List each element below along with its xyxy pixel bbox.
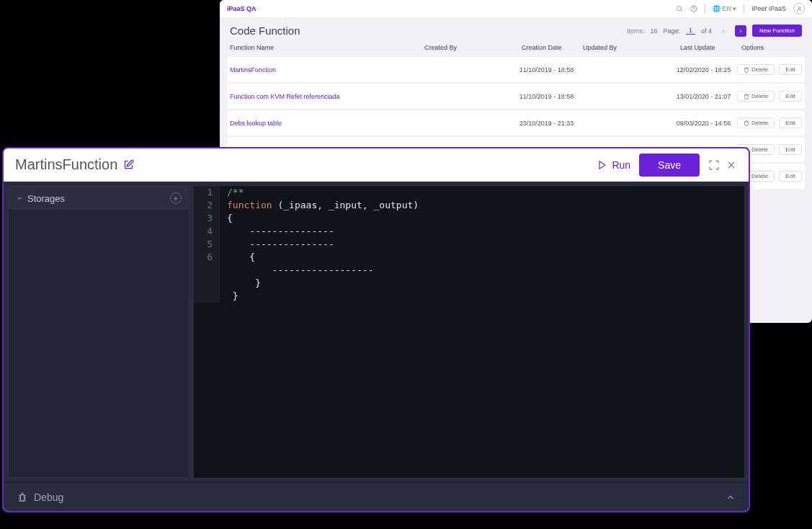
close-icon[interactable] [726, 159, 737, 171]
storages-label: Storages [27, 193, 65, 204]
col-last-update: Last Update [680, 44, 741, 51]
svg-marker-5 [599, 161, 605, 169]
add-storage-icon[interactable]: + [170, 192, 182, 204]
svg-point-0 [677, 6, 682, 11]
bug-icon [17, 492, 28, 503]
col-options: Options [741, 44, 802, 51]
page-title: Code Function [230, 25, 300, 37]
code-editor[interactable]: 1/**2function (_ipaas, _input, _output)3… [194, 186, 744, 478]
edit-title-icon[interactable] [123, 159, 134, 170]
edit-button[interactable]: Edit [779, 144, 802, 155]
delete-button[interactable]: Delete [737, 64, 775, 75]
col-updated-by: Updated By [583, 44, 680, 51]
col-created-by: Created By [424, 44, 522, 51]
edit-button[interactable]: Edit [779, 117, 802, 128]
row-last-update: 09/03/2020 - 14:56 [677, 120, 737, 127]
help-icon[interactable] [690, 5, 697, 12]
list-header: Code Function Items: 16 Page: 1 of 4 New… [220, 17, 812, 40]
delete-button[interactable]: Delete [737, 117, 775, 128]
row-creation-date: 11/10/2019 - 18:58 [519, 93, 580, 100]
row-creation-date: 11/10/2019 - 18:58 [519, 66, 580, 74]
row-creation-date: 23/10/2019 - 21:33 [519, 120, 580, 127]
expand-debug-icon[interactable] [726, 492, 736, 502]
row-name[interactable]: MartinsFunction [230, 66, 423, 74]
editor-sidebar: Storages + [8, 186, 189, 478]
code-line: 1/** [194, 186, 744, 199]
page-prev-button[interactable] [718, 25, 729, 37]
run-button[interactable]: Run [597, 159, 630, 171]
code-line: } [194, 277, 744, 290]
user-avatar[interactable] [793, 3, 805, 14]
debug-bar[interactable]: Debug [4, 482, 749, 511]
code-line: 4 --------------- [194, 225, 744, 238]
page-input[interactable]: 1 [686, 27, 695, 35]
fullscreen-icon[interactable] [708, 159, 720, 171]
row-name[interactable]: Debs lookup table [230, 120, 423, 127]
column-headers: Function Name Created By Creation Date U… [220, 40, 812, 55]
editor-toolbar: MartinsFunction Run Save [4, 148, 749, 182]
code-line: 3{ [194, 212, 744, 225]
edit-button[interactable]: Edit [779, 171, 802, 182]
user-label: iPeer iPaaS [751, 5, 786, 12]
table-row: Function com KVM Refet referenciada 11/1… [227, 84, 805, 109]
page-total: of 4 [701, 27, 712, 35]
code-editor-panel: MartinsFunction Run Save [2, 147, 750, 512]
col-name: Function Name [230, 44, 424, 51]
code-line: } [194, 290, 744, 303]
col-creation-date: Creation Date [522, 44, 583, 51]
app-topbar: iPaaS QA 🌐 EN ▾ iPeer iPaaS [220, 0, 812, 17]
save-button[interactable]: Save [639, 154, 700, 177]
code-line: 2function (_ipaas, _input, _output) [194, 199, 744, 212]
new-function-button[interactable]: New Function [752, 25, 802, 37]
code-line: ------------------ [194, 264, 744, 277]
items-label: Items: [627, 27, 645, 35]
table-row: MartinsFunction 11/10/2019 - 18:58 12/02… [227, 57, 805, 82]
code-line: 5 --------------- [194, 238, 744, 251]
code-line: 6 { [194, 251, 744, 264]
row-name[interactable]: Function com KVM Refet referenciada [230, 93, 423, 100]
svg-line-1 [681, 10, 682, 12]
editor-title: MartinsFunction [15, 156, 117, 173]
items-count: 16 [651, 27, 658, 35]
delete-button[interactable]: Delete [737, 91, 775, 102]
chevron-down-icon [16, 195, 23, 202]
page-label: Page: [664, 27, 681, 35]
brand-label: iPaaS QA [227, 5, 256, 12]
lang-selector[interactable]: 🌐 EN ▾ [713, 5, 737, 12]
svg-rect-8 [20, 494, 24, 501]
page-next-button[interactable] [735, 25, 746, 37]
search-icon[interactable] [676, 5, 683, 12]
edit-button[interactable]: Edit [779, 64, 802, 75]
table-row: Debs lookup table 23/10/2019 - 21:33 09/… [227, 110, 805, 135]
svg-point-4 [798, 6, 800, 9]
edit-button[interactable]: Edit [779, 91, 802, 102]
row-last-update: 13/01/2020 - 21:07 [677, 93, 737, 100]
storages-section[interactable]: Storages + [9, 187, 189, 210]
debug-label: Debug [34, 492, 63, 503]
row-last-update: 12/02/2020 - 18:25 [677, 66, 737, 74]
